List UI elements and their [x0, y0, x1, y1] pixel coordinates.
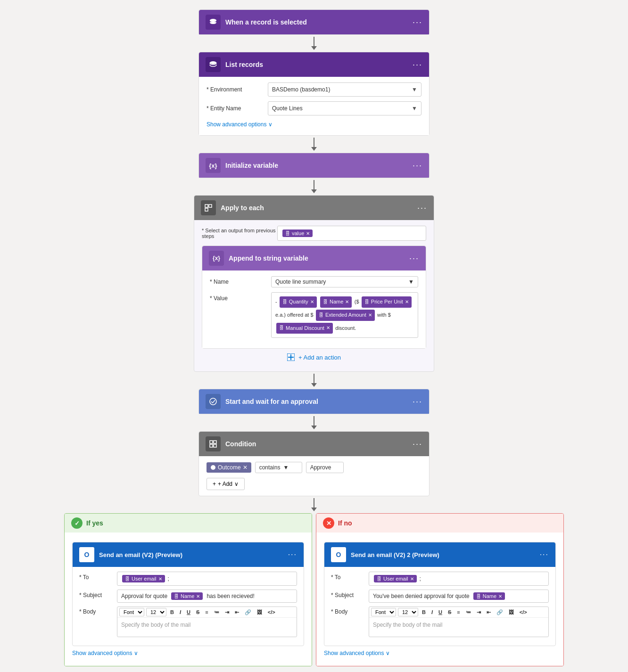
no-body-label: * Body — [331, 606, 369, 615]
step2-menu[interactable]: ··· — [413, 60, 422, 70]
yes-body-label: * Body — [79, 606, 117, 615]
approve-input[interactable]: Approve — [306, 462, 344, 473]
yes-advanced-label: Show advanced options — [72, 650, 132, 656]
no-body-placeholder[interactable]: Specify the body of the mail — [369, 618, 548, 637]
name-label: * Name — [210, 279, 271, 285]
outcome-tag: Outcome ✕ — [207, 462, 251, 473]
yes-size-select[interactable]: 12 — [146, 608, 166, 616]
step4-title: Apply to each — [221, 204, 264, 212]
step2-title: List records — [225, 61, 263, 68]
no-img-btn[interactable]: 🖼 — [507, 609, 516, 615]
yes-link-btn[interactable]: 🔗 — [243, 609, 253, 616]
step6-title: Condition — [225, 440, 256, 448]
yes-to-input[interactable]: 🗄 User email ✕ ; — [117, 572, 297, 586]
email-yes-menu[interactable]: ··· — [288, 550, 297, 559]
no-to-row: * To 🗄 User email ✕ ; — [331, 572, 549, 586]
no-advanced[interactable]: Show advanced options ∨ — [324, 646, 556, 656]
yes-advanced[interactable]: Show advanced options ∨ — [72, 646, 304, 656]
environment-row: * Environment BASDemo (basdemo1) ▼ — [207, 82, 421, 97]
value-field[interactable]: - 🗄 Quantity ✕ 🗄 Name ✕ ($ 🗄 Price Per U… — [271, 292, 418, 338]
no-bold-btn[interactable]: B — [420, 609, 428, 615]
step1-card: When a record is selected ··· — [198, 9, 430, 35]
yes-img-btn[interactable]: 🖼 — [255, 609, 264, 615]
step6-menu[interactable]: ··· — [413, 439, 422, 449]
step2-advanced[interactable]: Show advanced options ∨ — [207, 120, 421, 130]
yes-ol-btn[interactable]: ≔ — [212, 609, 221, 616]
select-output-input[interactable]: 🗄 value ✕ — [277, 226, 426, 241]
append-menu[interactable]: ··· — [409, 254, 419, 263]
svg-rect-10 — [214, 441, 216, 443]
yes-font-select[interactable]: Font — [119, 608, 144, 616]
no-to-input[interactable]: 🗄 User email ✕ ; — [369, 572, 549, 586]
step5-menu[interactable]: ··· — [413, 397, 422, 407]
step1-menu[interactable]: ··· — [413, 17, 422, 27]
yes-strikethrough-btn[interactable]: S — [194, 609, 201, 615]
yes-icon: ✓ — [71, 517, 83, 529]
step5-icon — [206, 394, 221, 409]
no-italic-btn[interactable]: I — [430, 609, 435, 615]
no-ol-btn[interactable]: ≔ — [464, 609, 473, 616]
outlook-yes-icon: O — [79, 547, 94, 562]
no-code-btn[interactable]: </> — [518, 609, 529, 615]
condition-body: Outcome ✕ contains ▼ Approve + + Add ∨ — [199, 456, 429, 496]
arrow6 — [311, 496, 317, 513]
step4-header: Apply to each ··· — [194, 196, 434, 220]
name-input[interactable]: Quote line summary ▼ — [271, 276, 418, 287]
step1-icon — [206, 15, 221, 30]
no-subject-input[interactable]: You've been denied approval for quote 🗄 … — [369, 590, 549, 603]
yes-ul-btn[interactable]: ≡ — [203, 609, 210, 615]
add-label: + Add — [218, 481, 232, 487]
email-yes-card: O Send an email (V2) (Preview) ··· * To … — [72, 542, 304, 646]
split-container: ✓ If yes O Send an email (V2) (Preview) … — [64, 513, 564, 666]
step5-title: Start and wait for an approval — [225, 398, 318, 405]
contains-dropdown[interactable]: contains ▼ — [255, 462, 302, 473]
no-toolbar: Font 12 B I U S ≡ — [369, 607, 548, 618]
add-button[interactable]: + + Add ∨ — [207, 478, 245, 490]
yes-indent-btn[interactable]: ⇥ — [223, 609, 231, 616]
step5-card: Start and wait for an approval ··· — [198, 389, 430, 414]
entity-input[interactable]: Quote Lines ▼ — [268, 101, 421, 115]
step3-card: {x} Initialize variable ··· — [198, 153, 430, 178]
yes-italic-btn[interactable]: I — [178, 609, 183, 615]
email-no-menu[interactable]: ··· — [540, 550, 549, 559]
yes-subject-suffix: has been recieved! — [207, 593, 254, 599]
svg-rect-4 — [205, 208, 208, 211]
no-body-editor[interactable]: Font 12 B I U S ≡ — [369, 606, 549, 637]
step3-menu[interactable]: ··· — [413, 161, 422, 171]
no-font-select[interactable]: Font — [371, 608, 396, 616]
yes-bold-btn[interactable]: B — [168, 609, 176, 615]
arrow2 — [311, 136, 317, 153]
no-to-semi: ; — [420, 575, 421, 582]
arrow1 — [311, 35, 317, 52]
yes-to-semi: ; — [168, 575, 169, 582]
append-icon: {x} — [209, 251, 224, 266]
discount-tag: 🗄 Manual Discount ✕ — [276, 323, 333, 334]
environment-input[interactable]: BASDemo (basdemo1) ▼ — [268, 82, 421, 97]
yes-body-placeholder[interactable]: Specify the body of the mail — [117, 618, 297, 637]
branch-yes: ✓ If yes O Send an email (V2) (Preview) … — [64, 513, 312, 666]
svg-rect-11 — [210, 444, 213, 447]
no-indent-btn[interactable]: ⇥ — [475, 609, 483, 616]
no-ul-btn[interactable]: ≡ — [455, 609, 462, 615]
yes-body-row: * Body Font 12 B — [79, 606, 297, 637]
no-size-select[interactable]: 12 — [398, 608, 418, 616]
yes-underline-btn[interactable]: U — [185, 609, 192, 615]
yes-body-editor[interactable]: Font 12 B I U S ≡ — [117, 606, 297, 637]
outcome-close[interactable]: ✕ — [243, 464, 248, 471]
add-action-btn[interactable]: + Add an action — [202, 349, 426, 366]
step4-menu[interactable]: ··· — [417, 203, 427, 213]
no-link-btn[interactable]: 🔗 — [495, 609, 505, 616]
yes-code-btn[interactable]: </> — [266, 609, 277, 615]
value-dash: - — [275, 299, 279, 304]
outlook-no-icon: O — [331, 547, 346, 562]
yes-outdent-btn[interactable]: ⇤ — [233, 609, 241, 616]
yes-subject-input[interactable]: Approval for quote 🗄 Name ✕ has been rec… — [117, 590, 297, 603]
yes-subject-prefix: Approval for quote — [121, 593, 167, 599]
no-underline-btn[interactable]: U — [437, 609, 444, 615]
no-strikethrough-btn[interactable]: S — [446, 609, 453, 615]
no-outdent-btn[interactable]: ⇤ — [485, 609, 493, 616]
branch-no-body: O Send an email (V2) 2 (Preview) ··· * T… — [316, 533, 563, 666]
step6-card: Condition ··· Outcome ✕ contains ▼ Appro — [198, 431, 430, 496]
value-text4: discount. — [335, 325, 356, 330]
svg-rect-6 — [290, 354, 291, 360]
